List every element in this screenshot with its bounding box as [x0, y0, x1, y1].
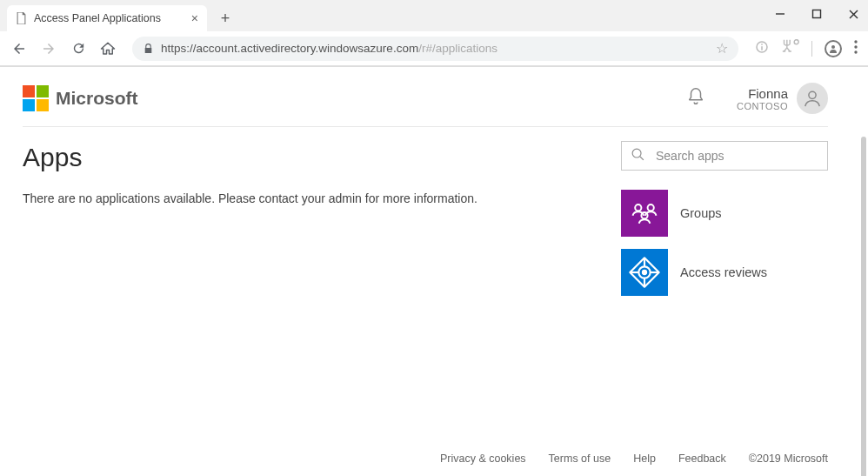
- footer-link-privacy[interactable]: Privacy & cookies: [440, 453, 526, 465]
- reload-button[interactable]: [70, 40, 87, 57]
- svg-point-8: [854, 40, 857, 43]
- close-window-button[interactable]: [847, 8, 859, 20]
- tile-label: Groups: [680, 206, 722, 220]
- page-header: Microsoft Fionna CONTOSO: [23, 83, 828, 127]
- extension-icon[interactable]: [754, 39, 770, 58]
- footer-link-terms[interactable]: Terms of use: [549, 453, 611, 465]
- lock-icon: [143, 43, 154, 55]
- profile-icon[interactable]: [825, 40, 842, 57]
- back-button[interactable]: [10, 40, 28, 57]
- address-bar[interactable]: https://account.activedirectory.windowsa…: [132, 37, 738, 61]
- svg-point-14: [635, 204, 641, 211]
- bookmark-star-icon[interactable]: ☆: [716, 40, 728, 57]
- page-icon: [16, 12, 27, 24]
- tile-access-reviews[interactable]: Access reviews: [621, 249, 828, 296]
- footer-copyright: ©2019 Microsoft: [749, 453, 828, 465]
- maximize-button[interactable]: [811, 8, 823, 20]
- svg-point-12: [632, 149, 641, 158]
- tab-title: Access Panel Applications: [34, 12, 161, 24]
- minimize-button[interactable]: [774, 8, 786, 20]
- main-column: Apps There are no applications available…: [23, 143, 604, 308]
- extension-icons: [754, 39, 858, 58]
- notifications-icon[interactable]: [686, 86, 705, 111]
- user-org: CONTOSO: [737, 101, 788, 111]
- footer-link-help[interactable]: Help: [633, 453, 656, 465]
- user-menu[interactable]: Fionna CONTOSO: [737, 83, 828, 114]
- tab-row: Access Panel Applications × +: [0, 0, 868, 31]
- browser-tab[interactable]: Access Panel Applications ×: [7, 5, 207, 31]
- address-bar-row: https://account.activedirectory.windowsa…: [0, 31, 868, 66]
- content-area: Apps There are no applications available…: [23, 143, 828, 308]
- microsoft-logo[interactable]: Microsoft: [23, 85, 138, 111]
- empty-state-message: There are no applications available. Ple…: [23, 191, 604, 205]
- page-title: Apps: [23, 143, 604, 172]
- svg-line-13: [640, 156, 644, 159]
- extension-icon[interactable]: [782, 39, 799, 58]
- svg-rect-1: [813, 10, 821, 18]
- browser-chrome: Access Panel Applications × + https://ac…: [0, 0, 868, 67]
- search-box[interactable]: [621, 141, 828, 171]
- separator: [811, 41, 812, 57]
- brand-text: Microsoft: [56, 88, 138, 109]
- svg-rect-6: [761, 46, 763, 50]
- footer-link-feedback[interactable]: Feedback: [678, 453, 726, 465]
- forward-button[interactable]: [40, 40, 57, 57]
- svg-rect-5: [761, 44, 763, 45]
- page-footer: Privacy & cookies Terms of use Help Feed…: [440, 453, 828, 465]
- groups-tile-icon: [621, 190, 668, 237]
- svg-point-11: [809, 91, 816, 98]
- tile-label: Access reviews: [680, 265, 767, 279]
- page-content: Microsoft Fionna CONTOSO Apps There are …: [0, 67, 868, 476]
- user-name: Fionna: [737, 86, 788, 101]
- svg-point-18: [643, 271, 646, 274]
- svg-point-9: [854, 45, 857, 48]
- avatar: [797, 83, 828, 114]
- tab-close-icon[interactable]: ×: [191, 11, 198, 25]
- access-reviews-tile-icon: [621, 249, 668, 296]
- search-icon: [631, 147, 645, 165]
- new-tab-button[interactable]: +: [212, 5, 238, 31]
- scrollbar[interactable]: [861, 137, 866, 476]
- header-right: Fionna CONTOSO: [686, 83, 828, 114]
- side-column: Groups Access reviews: [621, 143, 828, 308]
- url-text: https://account.activedirectory.windowsa…: [161, 42, 709, 55]
- home-button[interactable]: [99, 40, 117, 57]
- user-text: Fionna CONTOSO: [737, 86, 788, 111]
- menu-icon[interactable]: [854, 40, 858, 57]
- svg-point-10: [854, 50, 857, 53]
- search-input[interactable]: [656, 149, 818, 163]
- svg-point-15: [648, 204, 654, 211]
- microsoft-logo-icon: [23, 85, 49, 111]
- svg-point-7: [831, 45, 835, 49]
- tile-groups[interactable]: Groups: [621, 190, 828, 237]
- window-controls: [774, 0, 868, 28]
